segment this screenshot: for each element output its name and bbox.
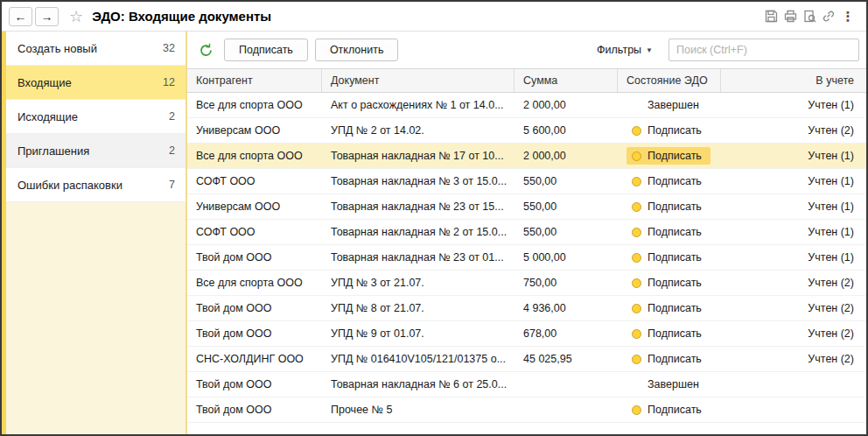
cell-counterparty: Все для спорта ООО [187,150,322,162]
sidebar-item-count: 12 [163,76,175,88]
status-label: Подписать [648,327,702,340]
status-badge: Подписать [626,172,710,190]
status-label: Подписать [648,175,702,187]
cell-sum: 750,00 [514,277,618,289]
cell-accounted: Учтен (2) [721,277,866,289]
status-badge: Подписать [626,198,710,215]
status-dot-icon [632,253,641,263]
table-body: Все для спорта ООО Акт о расхождениях № … [187,93,866,434]
table-row[interactable]: Все для спорта ООО Товарная накладная № … [187,144,866,169]
table-row[interactable]: СОФТ ООО Товарная накладная № 3 от 15.0.… [187,169,866,194]
sidebar-item[interactable]: Приглашения 2 [6,134,186,168]
sidebar-item-label: Входящие [18,76,163,89]
filters-dropdown[interactable]: Фильтры ▼ [597,44,653,56]
cell-counterparty: Твой дом ООО [187,251,322,264]
col-header-document[interactable]: Документ [322,69,514,92]
cell-counterparty: Твой дом ООО [187,327,322,340]
sidebar-list: Создать новый 32 Входящие 12 Исходящие 2… [6,32,186,202]
cell-status: Подписать [618,198,721,215]
table-row[interactable]: Твой дом ООО Прочее № 5 Подписать [187,397,866,423]
status-badge: Подписать [626,147,710,165]
save-icon[interactable] [761,8,780,25]
status-label: Подписать [648,251,702,264]
cell-accounted: Учтен (2) [721,302,866,314]
sidebar-item-count: 2 [169,144,175,157]
preview-icon[interactable] [800,8,819,25]
status-dot-icon [632,228,641,237]
status-badge: Завершен [626,376,708,393]
cell-counterparty: Твой дом ООО [187,302,322,314]
cell-document: УПД № 9 от 01.07. [322,327,514,340]
table-row[interactable]: Универсам ООО УПД № 2 от 14.02. 5 600,00… [187,118,866,144]
table-row[interactable]: СОФТ ООО Товарная накладная № 2 от 15.0.… [187,220,866,245]
sign-button[interactable]: Подписать [224,39,308,61]
sidebar-item[interactable]: Исходящие 2 [6,100,186,134]
search-input[interactable] [668,39,859,61]
status-dot-icon [632,126,641,136]
status-dot-icon [632,202,641,212]
status-badge: Подписать [626,249,710,266]
sidebar-item[interactable]: Создать новый 32 [6,32,186,66]
cell-document: УПД № 016410V105/121/01375 о... [322,353,514,365]
cell-status: Завершен [618,96,721,114]
cell-status: Подписать [618,122,721,139]
cell-counterparty: Универсам ООО [187,124,322,137]
cell-accounted: Учтен (1) [721,226,866,238]
table-row[interactable]: Твой дом ООО Товарная накладная № 6 от 2… [187,372,866,397]
table-row[interactable]: Твой дом ООО УПД № 9 от 01.07. 678,00 По… [187,321,866,347]
chevron-down-icon: ▼ [646,46,653,54]
cell-status: Подписать [618,325,721,342]
status-label: Подписать [648,353,702,365]
toolbar: Подписать Отклонить Фильтры ▼ [187,32,866,68]
table-row[interactable]: Твой дом ООО УПД № 8 от 21.07. 4 936,00 … [187,296,866,321]
forward-button[interactable]: → [35,7,59,26]
cell-document: Товарная накладная № 17 от 10... [322,150,514,162]
edo-window: ← → ☆ ЭДО: Входящие документы ⋮ [0,0,868,436]
sidebar: Создать новый 32 Входящие 12 Исходящие 2… [2,32,187,434]
cell-accounted: Учтен (1) [721,150,866,162]
link-icon[interactable] [819,8,838,25]
cell-sum: 5 000,00 [514,251,618,264]
sidebar-item-label: Исходящие [18,110,169,123]
more-menu-icon[interactable]: ⋮ [838,8,858,25]
cell-document: Акт о расхождениях № 1 от 14.0... [322,99,514,111]
favorite-star-icon[interactable]: ☆ [69,7,83,26]
status-badge: Подписать [626,350,710,368]
cell-counterparty: Все для спорта ООО [187,99,322,111]
status-dot-icon [632,304,641,313]
title-bar: ← → ☆ ЭДО: Входящие документы ⋮ [2,2,866,32]
cell-document: УПД № 2 от 14.02. [322,124,514,137]
status-dot-icon [632,278,641,288]
col-header-accounted[interactable]: В учете [721,69,866,92]
cell-sum: 2 000,00 [514,99,618,111]
cell-counterparty: Все для спорта ООО [187,277,322,289]
decline-button[interactable]: Отклонить [315,39,399,61]
cell-sum: 4 936,00 [514,302,618,314]
cell-accounted: Учтен (1) [721,175,866,187]
cell-counterparty: Универсам ООО [187,200,322,213]
status-label: Завершен [648,99,699,111]
table-row[interactable]: Все для спорта ООО УПД № 3 от 21.07. 750… [187,271,866,296]
refresh-button[interactable] [194,39,217,61]
table-row[interactable]: Все для спорта ООО Акт о расхождениях № … [187,93,866,118]
status-dot-icon [632,151,641,161]
sidebar-item-count: 7 [169,179,175,191]
col-header-status[interactable]: Состояние ЭДО [618,69,721,92]
status-badge: Подписать [626,122,710,139]
table-row[interactable]: Твой дом ООО Товарная накладная № 23 от … [187,245,866,271]
cell-counterparty: СОФТ ООО [187,226,322,238]
status-badge: Подписать [626,299,710,317]
print-icon[interactable] [780,8,800,25]
cell-status: Подписать [618,299,721,317]
col-header-sum[interactable]: Сумма [514,69,618,92]
sidebar-item-label: Создать новый [18,42,163,55]
cell-status: Подписать [618,223,721,241]
back-button[interactable]: ← [9,7,32,26]
status-label: Подписать [648,226,702,238]
col-header-counterparty[interactable]: Контрагент [187,69,322,92]
cell-document: Товарная накладная № 23 от 15... [322,200,514,213]
table-row[interactable]: СНС-ХОЛДИНГ ООО УПД № 016410V105/121/013… [187,347,866,372]
table-row[interactable]: Универсам ООО Товарная накладная № 23 от… [187,194,866,220]
sidebar-item[interactable]: Ошибки распаковки 7 [6,168,186,202]
sidebar-item[interactable]: Входящие 12 [6,66,186,100]
